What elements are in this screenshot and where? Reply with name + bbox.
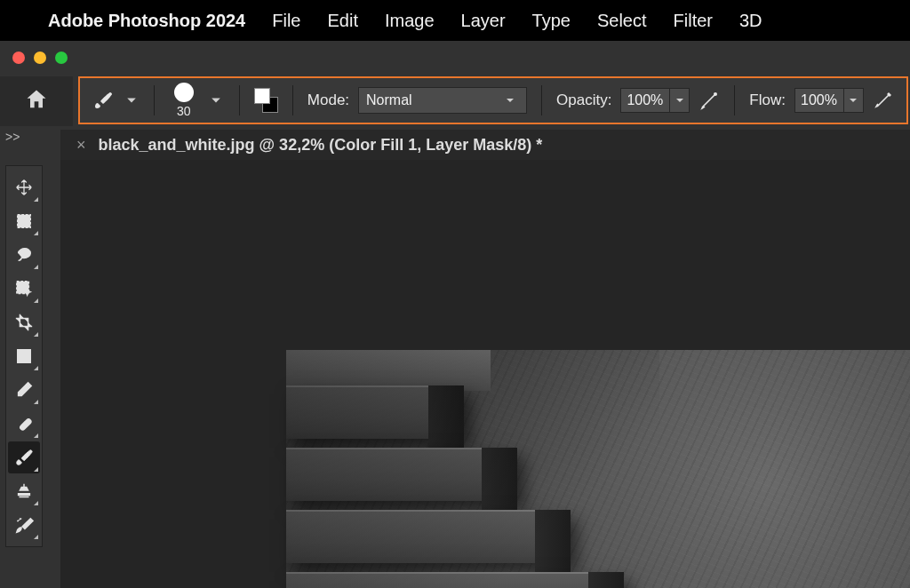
document-tab-title[interactable]: black_and_white.jpg @ 32,2% (Color Fill … bbox=[99, 136, 543, 155]
tab-close-icon[interactable]: × bbox=[76, 136, 86, 155]
home-strip bbox=[0, 76, 73, 126]
separator bbox=[292, 85, 293, 115]
flow-input[interactable]: 100% bbox=[794, 88, 844, 113]
tools-panel bbox=[5, 165, 43, 547]
separator bbox=[154, 85, 155, 115]
brush-dot-icon bbox=[174, 83, 194, 102]
panel-collapse-toggle[interactable]: >> bbox=[5, 130, 20, 144]
menu-image[interactable]: Image bbox=[385, 11, 435, 31]
menu-edit[interactable]: Edit bbox=[327, 11, 357, 31]
brush-tool[interactable] bbox=[8, 441, 40, 473]
chevron-down-icon bbox=[501, 88, 519, 113]
separator bbox=[734, 85, 735, 115]
options-bar: 30 Mode: Normal Opacity: 100% bbox=[78, 76, 908, 124]
svg-point-0 bbox=[714, 92, 717, 96]
frame-tool[interactable] bbox=[8, 340, 40, 372]
menu-select[interactable]: Select bbox=[597, 11, 647, 31]
brush-settings-toggle[interactable] bbox=[254, 88, 278, 113]
fg-color-icon bbox=[254, 88, 270, 104]
marquee-tool[interactable] bbox=[8, 205, 40, 237]
tool-preset-dropdown[interactable] bbox=[123, 88, 140, 113]
brush-preview[interactable]: 30 bbox=[169, 83, 198, 118]
flow-value: 100% bbox=[801, 92, 837, 108]
home-button[interactable] bbox=[24, 87, 49, 115]
document-image bbox=[286, 350, 910, 588]
flow-dropdown[interactable] bbox=[844, 88, 864, 113]
airbrush-icon[interactable] bbox=[873, 90, 894, 111]
brush-size-value: 30 bbox=[177, 104, 191, 118]
menu-file[interactable]: File bbox=[272, 11, 300, 31]
menu-type[interactable]: Type bbox=[532, 11, 571, 31]
object-selection-tool[interactable] bbox=[8, 273, 40, 305]
history-brush-tool[interactable] bbox=[8, 509, 40, 541]
opacity-input[interactable]: 100% bbox=[620, 88, 670, 113]
mode-label: Mode: bbox=[307, 91, 349, 109]
opacity-dropdown[interactable] bbox=[670, 88, 690, 113]
app-window: 30 Mode: Normal Opacity: 100% bbox=[0, 41, 910, 588]
svg-rect-1 bbox=[18, 215, 31, 228]
separator bbox=[239, 85, 240, 115]
menu-3d[interactable]: 3D bbox=[739, 11, 762, 31]
clone-stamp-tool[interactable] bbox=[8, 475, 40, 507]
window-minimize-button[interactable] bbox=[34, 52, 46, 64]
healing-brush-tool[interactable] bbox=[8, 408, 40, 440]
menu-filter[interactable]: Filter bbox=[674, 11, 713, 31]
move-tool[interactable] bbox=[8, 171, 40, 203]
separator bbox=[541, 85, 542, 115]
window-zoom-button[interactable] bbox=[55, 52, 68, 64]
pressure-opacity-icon[interactable] bbox=[698, 90, 720, 111]
document-tab-bar: × black_and_white.jpg @ 32,2% (Color Fil… bbox=[60, 130, 910, 160]
window-close-button[interactable] bbox=[12, 52, 25, 64]
opacity-label: Opacity: bbox=[556, 91, 611, 109]
flow-label: Flow: bbox=[749, 91, 786, 109]
blend-mode-select[interactable]: Normal bbox=[358, 87, 527, 114]
window-controls bbox=[12, 52, 68, 64]
eyedropper-tool[interactable] bbox=[8, 374, 40, 406]
canvas-area[interactable] bbox=[60, 160, 910, 588]
opacity-value: 100% bbox=[627, 92, 663, 108]
macos-menubar: Adobe Photoshop 2024 File Edit Image Lay… bbox=[0, 0, 910, 41]
menu-layer[interactable]: Layer bbox=[461, 11, 506, 31]
blend-mode-value: Normal bbox=[366, 92, 412, 108]
app-name[interactable]: Adobe Photoshop 2024 bbox=[48, 11, 245, 31]
tool-preset-icon[interactable] bbox=[92, 90, 114, 111]
lasso-tool[interactable] bbox=[8, 239, 40, 271]
svg-rect-4 bbox=[20, 418, 32, 431]
crop-tool[interactable] bbox=[8, 306, 40, 338]
brush-preset-dropdown[interactable] bbox=[207, 88, 224, 113]
